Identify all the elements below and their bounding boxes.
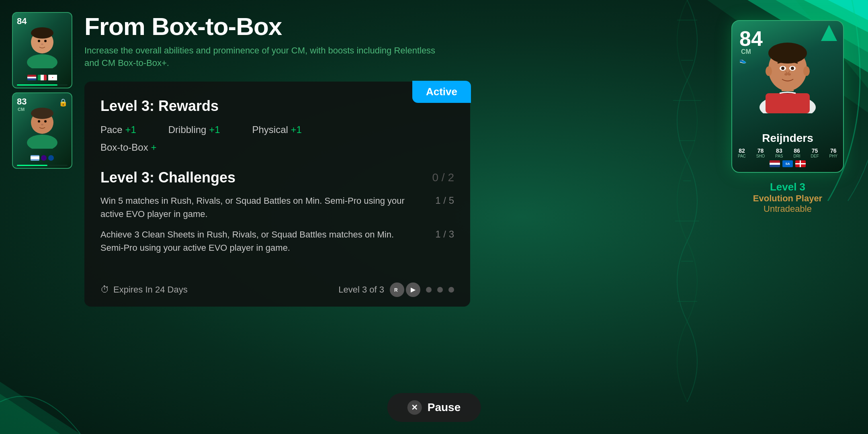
- pause-button[interactable]: ✕ Pause: [387, 393, 481, 422]
- svg-point-25: [38, 120, 40, 123]
- expires-section: ⏱ Expires In 24 Days: [100, 285, 188, 295]
- stat-sho-lbl: SHO: [756, 154, 765, 158]
- svg-point-38: [781, 67, 784, 70]
- reward-physical-label: Physical: [252, 124, 291, 135]
- svg-point-22: [27, 135, 57, 149]
- pause-label: Pause: [428, 401, 461, 414]
- svg-point-34: [768, 43, 807, 63]
- challenges-title: Level 3: Challenges: [100, 169, 235, 186]
- stat-pas: 83 PAS: [775, 147, 783, 158]
- clock-icon: ⏱: [100, 285, 109, 295]
- flag-england: [48, 75, 57, 80]
- lock-icon: 🔒: [59, 98, 68, 107]
- active-badge: Active: [412, 81, 471, 103]
- challenges-progress: 0 / 2: [432, 171, 454, 184]
- reward-dribbling-label: Dribbling: [168, 124, 209, 135]
- card2-progress-bar: [17, 165, 68, 166]
- player-card-small-1: 84: [12, 12, 72, 88]
- nav-dot-1[interactable]: [426, 287, 432, 293]
- reward-boxtbox: Box-to-Box +: [100, 142, 454, 153]
- stat-dri-lbl: DRI: [793, 154, 800, 158]
- reward-boxtbox-boost: +: [151, 142, 156, 153]
- challenge-item-2: Achieve 3 Clean Sheets in Rush, Rivals, …: [100, 228, 454, 254]
- flag-argentina: [31, 155, 39, 161]
- card2-progress-fill: [17, 165, 47, 166]
- reward-boxtbox-label: Box-to-Box: [100, 142, 151, 153]
- player-card-small-2: 83 CM 🔒: [12, 92, 72, 169]
- panel-footer: ⏱ Expires In 24 Days Level 3 of 3 R ▶: [100, 283, 454, 297]
- level-nav: Level 3 of 3 R ▶: [338, 283, 454, 297]
- card1-progress-bar: [17, 84, 68, 86]
- nav-arrow-icon: R: [393, 286, 401, 294]
- flag-chelsea: [48, 155, 54, 161]
- svg-point-20: [44, 40, 47, 42]
- evo-title: From Box-to-Box: [84, 12, 547, 41]
- svg-point-40: [791, 67, 794, 70]
- svg-text:R: R: [394, 287, 398, 293]
- svg-point-18: [31, 27, 53, 39]
- svg-point-36: [803, 66, 810, 76]
- pause-x-symbol: ✕: [411, 403, 418, 412]
- nav-dot-3[interactable]: [448, 287, 454, 293]
- challenges-header: Level 3: Challenges 0 / 2: [100, 169, 454, 186]
- stat-sho-val: 78: [757, 147, 764, 154]
- level-nav-label: Level 3 of 3: [338, 285, 384, 295]
- stat-pas-lbl: PAS: [775, 154, 783, 158]
- level-label: Level 3: [753, 181, 822, 193]
- svg-point-21: [41, 43, 43, 45]
- right-card-section: 84 CM 👟: [731, 20, 844, 214]
- svg-point-35: [766, 66, 772, 76]
- stat-dri: 86 DRI: [793, 147, 800, 158]
- stat-def-lbl: DEF: [811, 154, 819, 158]
- challenge-2-count: 1 / 3: [435, 228, 454, 240]
- svg-point-26: [44, 120, 47, 123]
- reward-pace: Pace +1: [100, 124, 136, 135]
- reward-physical: Physical +1: [252, 124, 302, 135]
- pause-x-icon: ✕: [407, 400, 422, 415]
- reward-dribbling: Dribbling +1: [168, 124, 220, 135]
- challenge-1-count: 1 / 5: [435, 194, 454, 206]
- rewards-title: Level 3: Rewards: [100, 98, 454, 115]
- svg-point-41: [784, 73, 788, 76]
- stat-pas-val: 83: [776, 147, 782, 154]
- stat-phy: 76 PHY: [829, 147, 837, 158]
- player-image-area: [747, 33, 828, 113]
- card2-rating: 83: [17, 96, 27, 107]
- level-info: Level 3 Evolution Player Untradeable: [753, 181, 822, 214]
- challenge-item-1: Win 5 matches in Rush, Rivals, or Squad …: [100, 194, 454, 221]
- svg-point-16: [27, 54, 57, 68]
- rewards-row: Pace +1 Dribbling +1 Physical +1: [100, 124, 454, 135]
- reward-dribbling-boost: +1: [209, 124, 220, 135]
- stat-phy-val: 76: [830, 147, 837, 154]
- svg-rect-31: [766, 93, 810, 113]
- evo-player-label: Evolution Player: [753, 193, 822, 204]
- challenge-1-text: Win 5 matches in Rush, Rivals, or Squad …: [100, 194, 435, 221]
- reward-pace-label: Pace: [100, 124, 125, 135]
- stat-sho: 78 SHO: [756, 147, 765, 158]
- flag-italy: [38, 75, 47, 80]
- svg-point-42: [788, 73, 791, 76]
- nav-r-button[interactable]: R: [390, 283, 404, 297]
- big-card-flags: SA: [732, 160, 843, 167]
- card2-face: [22, 100, 62, 149]
- stat-def: 75 DEF: [811, 147, 819, 158]
- reward-pace-boost: +1: [125, 124, 136, 135]
- svg-point-24: [31, 108, 53, 119]
- card1-flags: [27, 75, 57, 80]
- card1-progress-fill: [17, 84, 57, 86]
- card2-flags: [31, 155, 54, 161]
- untradeable-label: Untradeable: [753, 204, 822, 214]
- stat-pac-lbl: PAC: [738, 154, 746, 158]
- stat-phy-lbl: PHY: [829, 154, 837, 158]
- big-flag-nl: [770, 160, 780, 167]
- nav-right-arrow[interactable]: ▶: [406, 283, 420, 297]
- player-card-big: 84 CM 👟: [731, 20, 844, 173]
- stat-dri-val: 86: [794, 147, 800, 154]
- big-card-face: [751, 33, 824, 113]
- challenge-2-text: Achieve 3 Clean Sheets in Rush, Rivals, …: [100, 228, 435, 254]
- card1-rating: 84: [17, 16, 27, 27]
- stat-def-val: 75: [812, 147, 818, 154]
- card1-face: [22, 20, 62, 68]
- stat-pac: 82 PAC: [738, 147, 746, 158]
- nav-dot-2[interactable]: [437, 287, 443, 293]
